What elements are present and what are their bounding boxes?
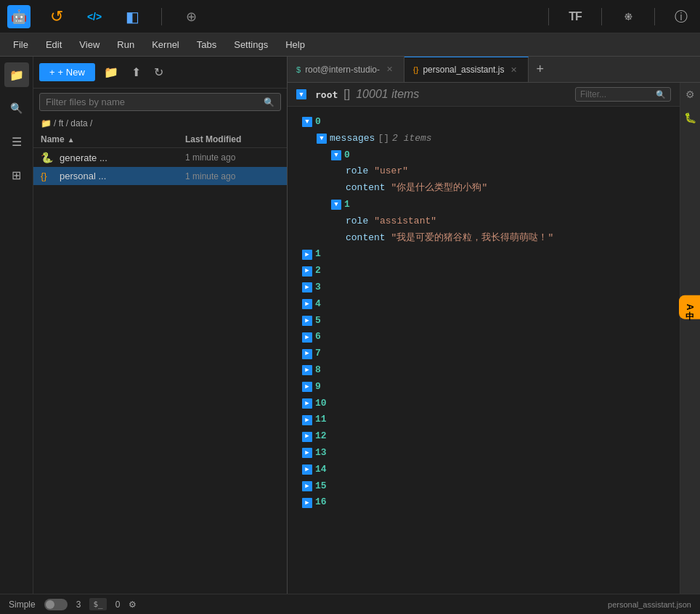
add-tab-button[interactable]: + [529, 62, 551, 77]
bottom-bar: Simple 3 $_ 0 ⚙ personal_assistant.json [0, 594, 700, 614]
bug-icon[interactable]: 🐛 [684, 112, 696, 123]
breadcrumb: 📁 / ft / data / [33, 115, 287, 131]
tree-node-9: 9 [288, 379, 680, 396]
menu-file[interactable]: File [6, 36, 36, 53]
table-row[interactable]: 🐍 generate ... 1 minute ago [33, 148, 287, 167]
menu-run[interactable]: Run [110, 36, 142, 53]
tree-node-12: 12 [288, 428, 680, 445]
tab-close-icon[interactable]: ✕ [384, 64, 395, 75]
menu-kernel[interactable]: Kernel [145, 36, 187, 53]
expand-4[interactable] [302, 299, 312, 309]
expand-13[interactable] [302, 448, 312, 458]
menu-edit[interactable]: Edit [38, 36, 69, 53]
refresh-button[interactable]: ↻ [150, 62, 168, 82]
terminal-icon: $ [296, 65, 301, 74]
expand-11[interactable] [302, 415, 312, 425]
python-file-icon: 🐍 [41, 152, 55, 163]
tree-node-role-0: role "user" [288, 163, 680, 180]
file-name: generate ... [60, 152, 185, 163]
sort-icon: ▲ [68, 136, 75, 144]
root-bracket: [] [343, 88, 350, 101]
tree-node-role-1: role "assistant" [288, 213, 680, 230]
tab-label: personal_assistant.js [423, 65, 504, 75]
gear-icon[interactable]: ⚙ [685, 89, 695, 100]
expand-messages[interactable] [317, 134, 327, 144]
expand-0[interactable] [302, 117, 312, 127]
separator3 [601, 8, 602, 25]
toggle-track[interactable] [44, 599, 68, 610]
tree-node-content-0: content "你是什么类型的小狗" [288, 180, 680, 197]
json-file-icon: {} [41, 171, 55, 181]
tf-icon[interactable]: TF [563, 5, 587, 28]
expand-16[interactable] [302, 498, 312, 508]
tab-label: root@intern-studio- [305, 65, 380, 75]
tree-node-4: 4 [288, 296, 680, 313]
expand-5[interactable] [302, 316, 312, 326]
expand-msg-0[interactable] [331, 150, 341, 160]
mode-label: Simple [9, 599, 36, 610]
separator4 [654, 8, 655, 25]
file-status: personal_assistant.json [608, 600, 691, 609]
sidebar-item-list[interactable]: ☰ [4, 129, 29, 154]
json-content[interactable]: 0 messages [] 2 items 0 [288, 107, 680, 594]
file-modified: 1 minute ago [185, 171, 280, 181]
info-icon[interactable]: ⓘ [670, 5, 693, 28]
search-input[interactable] [46, 97, 264, 107]
tree-node-2: 2 [288, 263, 680, 279]
expand-9[interactable] [302, 382, 312, 392]
settings-icon[interactable]: ⚙ [129, 599, 137, 610]
loading-icon[interactable]: ↺ [45, 5, 68, 28]
simple-toggle[interactable] [44, 599, 68, 610]
expand-15[interactable] [302, 481, 312, 491]
col-name-header[interactable]: Name ▲ [41, 134, 185, 144]
tab-bar: $ root@intern-studio- ✕ {} personal_assi… [288, 57, 700, 83]
tree-node-7: 7 [288, 345, 680, 362]
root-expand-btn[interactable] [296, 89, 306, 99]
json-viewer: root [] 10001 items 🔍 0 [288, 83, 700, 594]
root-label: root [315, 89, 338, 100]
file-panel: + + New 📁 ⬆ ↻ 🔍 📁 / ft / data / Name ▲ L… [33, 57, 288, 594]
new-button[interactable]: + + New [39, 63, 95, 81]
sidebar-item-extensions[interactable]: ⊞ [4, 163, 29, 187]
menu-help[interactable]: Help [278, 36, 312, 53]
menu-view[interactable]: View [72, 36, 107, 53]
tree-node-13: 13 [288, 445, 680, 462]
table-row[interactable]: {} personal ... 1 minute ago [33, 167, 287, 185]
search-bar: 🔍 [39, 93, 281, 111]
expand-7[interactable] [302, 349, 312, 359]
sidebar-icons: 📁 🔍 ☰ ⊞ [0, 57, 33, 594]
expand-2[interactable] [302, 266, 312, 277]
menu-bar: File Edit View Run Kernel Tabs Settings … [0, 33, 700, 57]
expand-12[interactable] [302, 432, 312, 442]
expand-10[interactable] [302, 398, 312, 409]
new-folder-button[interactable]: 📁 [99, 62, 123, 82]
tree-node-content-1: content "我是可爱的猪谷粒，我长得萌萌哒！" [288, 230, 680, 247]
translate-float-button[interactable]: 中A [679, 295, 700, 319]
search-icon: 🔍 [264, 97, 274, 107]
menu-tabs[interactable]: Tabs [190, 36, 224, 53]
expand-msg-1[interactable] [331, 200, 341, 210]
expand-6[interactable] [302, 332, 312, 343]
menu-settings[interactable]: Settings [227, 36, 275, 53]
robot-icon[interactable]: 🤖 [7, 5, 30, 28]
code-icon[interactable]: </> [83, 5, 106, 28]
tree-node-1: 1 [288, 246, 680, 263]
tab-json[interactable]: {} personal_assistant.js ✕ [404, 57, 529, 82]
expand-14[interactable] [302, 464, 312, 475]
editor-area: $ root@intern-studio- ✕ {} personal_assi… [288, 57, 700, 594]
expand-8[interactable] [302, 365, 312, 375]
sourcesafe-icon[interactable]: ⎈ [616, 5, 640, 28]
expand-1[interactable] [302, 250, 312, 260]
upload-button[interactable]: ⬆ [127, 62, 145, 82]
tree-node-8: 8 [288, 362, 680, 379]
tab-close-icon[interactable]: ✕ [508, 65, 519, 75]
expand-3[interactable] [302, 282, 312, 292]
sidebar-item-search[interactable]: 🔍 [4, 96, 29, 120]
tab-terminal[interactable]: $ root@intern-studio- ✕ [288, 57, 404, 82]
file-panel-toolbar: + + New 📁 ⬆ ↻ [33, 57, 287, 89]
toolbar-right: TF ⎈ ⓘ [545, 5, 693, 28]
vscode-icon[interactable]: ◧ [121, 5, 144, 28]
sidebar-item-files[interactable]: 📁 [4, 62, 29, 87]
compass-icon[interactable]: ⊕ [179, 5, 203, 28]
filter-input[interactable] [580, 89, 653, 99]
